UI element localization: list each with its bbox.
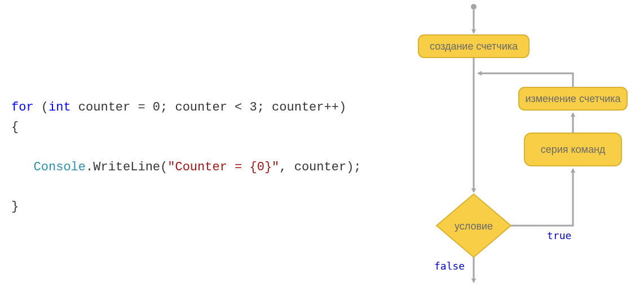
label-false: false (434, 260, 465, 272)
keyword-for: for (11, 100, 34, 114)
node-cmds-label: серия команд (541, 144, 606, 155)
node-init-label: создание счетчика (430, 41, 518, 52)
code-var-decl: counter = 0 (78, 100, 160, 114)
label-true: true (547, 230, 571, 241)
flow-arrow-true (511, 169, 573, 226)
code-condition: counter < 3 (175, 100, 257, 114)
node-change-label: изменение счетчика (525, 93, 621, 104)
code-string-literal: "Counter = {0}" (167, 160, 279, 174)
code-class-console: Console (34, 160, 86, 174)
punct-close-paren: ) (339, 100, 346, 114)
keyword-int: int (48, 100, 71, 114)
start-node-icon (471, 4, 477, 10)
punct-open-paren: ( (34, 100, 48, 114)
code-block: for (int counter = 0; counter < 3; count… (0, 0, 383, 304)
code-increment: counter++ (272, 100, 339, 114)
brace-open: { (11, 120, 19, 134)
brace-close: } (11, 200, 19, 214)
node-condition-label: условие (455, 221, 493, 232)
flowchart-diagram: создание счетчика изменение счетчика сер… (383, 0, 644, 304)
code-method-writeline: .WriteLine( (86, 160, 167, 174)
flow-arrow-loopback (478, 73, 573, 87)
node-condition-diamond: условие (436, 194, 511, 257)
flowchart-svg: создание счетчика изменение счетчика сер… (383, 0, 644, 304)
code-args: , counter); (279, 160, 361, 174)
